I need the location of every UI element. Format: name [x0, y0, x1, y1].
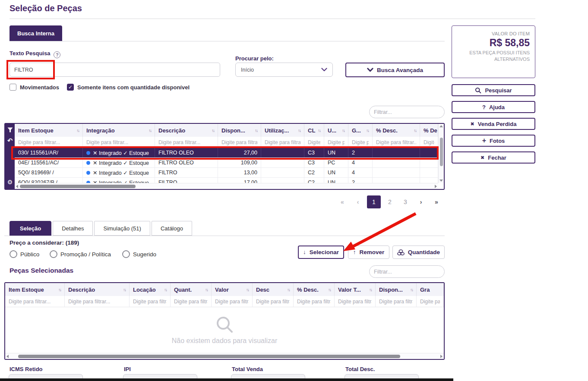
horizontal-scrollbar[interactable]: [15, 183, 438, 189]
column-filter-input[interactable]: [5, 296, 64, 307]
column-filter-input[interactable]: [171, 296, 211, 307]
selected-filter-input[interactable]: [374, 269, 443, 275]
column-header[interactable]: Item Estoque↑↓: [5, 283, 65, 296]
tab-detalhes[interactable]: Detalhes: [53, 221, 93, 236]
selecionar-button[interactable]: ↓ Selecionar: [298, 246, 344, 259]
column-header[interactable]: U...↑↓: [324, 124, 348, 137]
column-header[interactable]: Quant.↑↓: [171, 283, 212, 296]
fotos-button[interactable]: + Fotos: [452, 135, 535, 147]
radio-publico[interactable]: [9, 250, 17, 258]
sort-icon[interactable]: ↑↓: [164, 287, 167, 292]
plus-icon: +: [482, 137, 486, 145]
movimentados-label: Movimentados: [20, 84, 59, 91]
filter-funnel-icon[interactable]: [7, 127, 13, 132]
results-header-row: Item Estoque↑↓ Integração↑↓ Descrição↑↓ …: [15, 124, 438, 137]
item-value: R$ 58,85: [457, 37, 530, 49]
column-header[interactable]: Integração↑↓: [83, 124, 155, 137]
selected-table: Item Estoque↑↓ Descrição↑↓ Locação↑↓ Qua…: [4, 282, 445, 360]
tabbar-divider: [9, 41, 445, 41]
column-filter-input[interactable]: [253, 296, 293, 307]
column-header[interactable]: G...↑↓: [348, 124, 373, 137]
sort-icon[interactable]: ↑↓: [366, 128, 369, 133]
tab-catalogo[interactable]: Catálogo: [152, 221, 192, 236]
column-filter-input[interactable]: [65, 296, 129, 307]
pesquisar-button[interactable]: Pesquisar: [452, 84, 535, 96]
sort-icon[interactable]: ↑↓: [76, 128, 79, 133]
column-header[interactable]: Dispon...↑↓: [218, 124, 261, 137]
bottom-edge: [0, 378, 453, 381]
sort-icon[interactable]: ↑↓: [205, 287, 208, 292]
texto-pesquisa-label: Texto Pesquisa?: [9, 50, 60, 58]
pagination-first[interactable]: «: [336, 195, 349, 208]
sort-icon[interactable]: ↑↓: [58, 287, 61, 292]
column-header[interactable]: Descrição↑↓: [155, 124, 218, 137]
vertical-scroll-thumb[interactable]: [440, 138, 443, 166]
column-filter-input[interactable]: [376, 296, 416, 307]
sort-icon[interactable]: ↑↓: [255, 128, 257, 133]
movimentados-checkbox[interactable]: [9, 84, 16, 91]
column-header[interactable]: Valor↑↓: [212, 283, 253, 296]
column-filter-input[interactable]: [130, 296, 170, 307]
sort-icon[interactable]: ↑↓: [369, 287, 372, 292]
gear-icon[interactable]: ⚙: [7, 179, 13, 186]
pagination-prev[interactable]: ‹: [351, 195, 364, 208]
sort-icon[interactable]: ↑↓: [414, 128, 416, 133]
horizontal-scroll-thumb[interactable]: [18, 355, 400, 358]
results-filter-input[interactable]: [374, 109, 443, 115]
selected-filter-box: [369, 265, 445, 278]
fechar-button[interactable]: ✖ Fechar: [452, 151, 535, 164]
help-icon[interactable]: ?: [54, 51, 60, 58]
table-row[interactable]: 5Q0/ 819669/ / ✕ Integrado ✓ Estoque FIL…: [15, 168, 438, 178]
column-header[interactable]: % De: [420, 124, 438, 137]
column-header[interactable]: Descrição↑↓: [65, 283, 130, 296]
pagination-page-1[interactable]: 1: [367, 195, 381, 208]
search-icon: [475, 87, 481, 94]
column-header[interactable]: CL↑↓: [304, 124, 324, 137]
pagination-page-3[interactable]: 3: [399, 195, 412, 208]
tab-busca-interna[interactable]: Busca Interna: [9, 25, 62, 41]
sort-icon[interactable]: ↑↓: [328, 287, 331, 292]
column-header[interactable]: Locação↑↓: [130, 283, 171, 296]
annotation-arrow: [339, 210, 421, 255]
column-header[interactable]: Dispon...↑↓: [376, 283, 417, 296]
column-filter-input[interactable]: [212, 296, 252, 307]
sort-icon[interactable]: ↑↓: [410, 287, 413, 292]
vertical-scrollbar[interactable]: [438, 124, 444, 183]
horizontal-scrollbar[interactable]: [5, 353, 444, 359]
horizontal-scroll-thumb[interactable]: [20, 185, 136, 188]
somente-itens-checkbox[interactable]: ✓: [67, 84, 74, 91]
pagination-page-2[interactable]: 2: [383, 195, 396, 208]
sort-icon[interactable]: ↑↓: [298, 128, 300, 133]
radio-promocao[interactable]: [50, 250, 57, 258]
undo-icon[interactable]: ↶: [7, 137, 13, 145]
sort-icon[interactable]: ↑↓: [287, 287, 290, 292]
radio-sugerido[interactable]: [122, 250, 130, 258]
sort-icon[interactable]: ↑↓: [149, 128, 151, 133]
preco-label: Preço a considerar: (189): [9, 239, 79, 246]
pagination-last[interactable]: »: [430, 195, 443, 208]
column-header[interactable]: Valor T...↑↓: [335, 283, 376, 296]
tab-simulacao[interactable]: Simulação (51): [94, 221, 150, 236]
column-header[interactable]: Item Estoque↑↓: [15, 124, 83, 137]
column-header[interactable]: Utilizaç...↑↓: [261, 124, 304, 137]
parts-selection-page: Seleção de Peças Busca Interna Texto Pes…: [0, 0, 588, 381]
sort-icon[interactable]: ↑↓: [246, 287, 249, 292]
ajuda-button[interactable]: ? Ajuda: [452, 101, 535, 113]
column-filter-input[interactable]: [335, 296, 375, 307]
column-filter-input[interactable]: [294, 296, 334, 307]
sort-icon[interactable]: ↑↓: [318, 128, 320, 133]
column-header[interactable]: % Desc.↑↓: [294, 283, 335, 296]
pagination-next[interactable]: ›: [414, 195, 427, 208]
sort-icon[interactable]: ↑↓: [212, 128, 214, 133]
column-header[interactable]: Gra: [417, 283, 444, 296]
sort-icon[interactable]: ↑↓: [123, 287, 126, 292]
busca-avancada-button[interactable]: Busca Avançada: [345, 63, 445, 77]
procurar-pelo-label: Procurar pelo:: [235, 55, 274, 62]
procurar-pelo-select[interactable]: Início: [235, 63, 333, 77]
column-header[interactable]: Desc↑↓: [253, 283, 294, 296]
column-filter-input[interactable]: [417, 296, 443, 307]
sort-icon[interactable]: ↑↓: [342, 128, 345, 133]
column-header[interactable]: % Desc.↑↓: [373, 124, 420, 137]
tab-selecao[interactable]: Seleção: [9, 221, 51, 236]
venda-perdida-button[interactable]: ✖ Venda Perdida: [452, 118, 535, 130]
